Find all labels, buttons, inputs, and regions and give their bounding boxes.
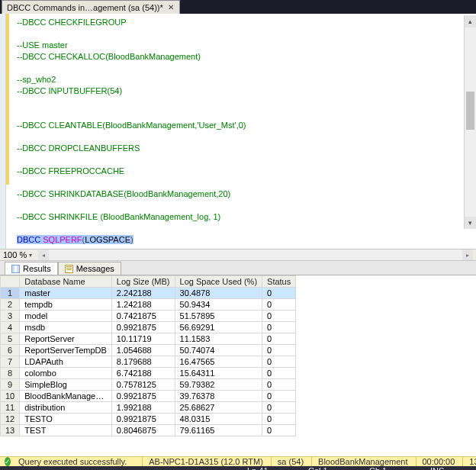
cell-logused[interactable]: 51.57895	[175, 311, 262, 322]
table-row[interactable]: 9SimpleBlog0.757812559.793820	[1, 379, 296, 391]
row-number[interactable]: 2	[1, 299, 20, 311]
row-number[interactable]: 4	[1, 322, 20, 333]
cell-logsize[interactable]: 0.7578125	[111, 379, 175, 391]
sql-editor[interactable]: --DBCC CHECKFILEGROUP --USE master--DBCC…	[6, 14, 476, 249]
scroll-left-icon[interactable]: ◂	[38, 249, 49, 260]
table-row[interactable]: 2tempdb1.24218850.94340	[1, 299, 296, 311]
zoom-dropdown-icon[interactable]: ▾	[29, 252, 32, 259]
cell-logsize[interactable]: 1.242188	[111, 299, 175, 311]
table-row[interactable]: 8colombo6.74218815.643110	[1, 368, 296, 379]
cell-dbname[interactable]: ReportServerTempDB	[20, 345, 112, 356]
row-number[interactable]: 5	[1, 333, 20, 345]
cell-status[interactable]: 0	[262, 345, 296, 356]
cell-dbname[interactable]: LDAPAuth	[20, 356, 112, 368]
cell-logused[interactable]: 50.74074	[175, 345, 262, 356]
grid-header[interactable]: Database Name	[20, 276, 112, 288]
cell-dbname[interactable]: colombo	[20, 368, 112, 379]
cell-status[interactable]: 0	[262, 414, 296, 425]
row-number[interactable]: 11	[1, 402, 20, 414]
cell-status[interactable]: 0	[262, 322, 296, 333]
cell-status[interactable]: 0	[262, 299, 296, 311]
cell-logsize[interactable]: 10.11719	[111, 333, 175, 345]
scroll-right-icon[interactable]: ▸	[462, 249, 473, 260]
cell-status[interactable]: 0	[262, 402, 296, 414]
cell-status[interactable]: 0	[262, 288, 296, 299]
cell-status[interactable]: 0	[262, 391, 296, 402]
cell-dbname[interactable]: tempdb	[20, 299, 112, 311]
scroll-up-icon[interactable]: ▴	[465, 15, 476, 27]
table-row[interactable]: 11distribution1.99218825.686270	[1, 402, 296, 414]
cell-logsize[interactable]: 0.9921875	[111, 391, 175, 402]
cell-logsize[interactable]: 0.9921875	[111, 414, 175, 425]
tab-results[interactable]: Results	[5, 262, 58, 275]
scroll-thumb[interactable]	[466, 92, 474, 130]
cell-status[interactable]: 0	[262, 333, 296, 345]
cell-logused[interactable]: 56.69291	[175, 322, 262, 333]
grid-header[interactable]: Status	[262, 276, 296, 288]
cell-logsize[interactable]: 0.9921875	[111, 322, 175, 333]
cell-dbname[interactable]: master	[20, 288, 112, 299]
table-row[interactable]: 7LDAPAuth8.17968816.475650	[1, 356, 296, 368]
cell-dbname[interactable]: ReportServer	[20, 333, 112, 345]
row-number[interactable]: 12	[1, 414, 20, 425]
row-number[interactable]: 1	[1, 288, 20, 299]
row-number[interactable]: 7	[1, 356, 20, 368]
cell-logused[interactable]: 30.4878	[175, 288, 262, 299]
close-icon[interactable]: ✕	[168, 4, 175, 11]
row-number[interactable]: 6	[1, 345, 20, 356]
cell-dbname[interactable]: distribution	[20, 402, 112, 414]
vertical-scrollbar[interactable]: ▴ ▾	[464, 15, 476, 229]
cell-logused[interactable]: 11.1583	[175, 333, 262, 345]
cell-logsize[interactable]: 0.7421875	[111, 311, 175, 322]
status-server: AB-NPC1-D1A315 (12.0 RTM)	[142, 457, 263, 466]
table-row[interactable]: 5ReportServer10.1171911.15830	[1, 333, 296, 345]
cell-dbname[interactable]: TESTO	[20, 414, 112, 425]
document-tab[interactable]: DBCC Commands in…agement (sa (54))* ✕	[2, 0, 180, 14]
cell-status[interactable]: 0	[262, 311, 296, 322]
horizontal-scrollbar[interactable]: ◂ ▸	[38, 249, 473, 260]
cell-logused[interactable]: 39.76378	[175, 391, 262, 402]
cell-logused[interactable]: 79.61165	[175, 425, 262, 436]
cell-logused[interactable]: 25.68627	[175, 402, 262, 414]
tab-messages[interactable]: Messages	[58, 262, 121, 275]
table-row[interactable]: 12TESTO0.992187548.03150	[1, 414, 296, 425]
table-row[interactable]: 13TEST0.804687579.611650	[1, 425, 296, 436]
cell-dbname[interactable]: SimpleBlog	[20, 379, 112, 391]
table-row[interactable]: 10BloodBankManage…0.992187539.763780	[1, 391, 296, 402]
table-row[interactable]: 1master2.24218830.48780	[1, 288, 296, 299]
cell-dbname[interactable]: model	[20, 311, 112, 322]
row-number[interactable]: 10	[1, 391, 20, 402]
cell-dbname[interactable]: BloodBankManage…	[20, 391, 112, 402]
cell-logsize[interactable]: 6.742188	[111, 368, 175, 379]
cell-status[interactable]: 0	[262, 379, 296, 391]
cell-logused[interactable]: 15.64311	[175, 368, 262, 379]
cell-logused[interactable]: 50.9434	[175, 299, 262, 311]
cell-logsize[interactable]: 1.992188	[111, 402, 175, 414]
cell-status[interactable]: 0	[262, 425, 296, 436]
row-number[interactable]: 13	[1, 425, 20, 436]
cell-logsize[interactable]: 1.054688	[111, 345, 175, 356]
cell-dbname[interactable]: TEST	[20, 425, 112, 436]
cell-logsize[interactable]: 0.8046875	[111, 425, 175, 436]
grid-header[interactable]: Log Space Used (%)	[175, 276, 262, 288]
document-tabstrip: DBCC Commands in…agement (sa (54))* ✕	[0, 0, 476, 14]
cell-logused[interactable]: 16.47565	[175, 356, 262, 368]
table-row[interactable]: 3model0.742187551.578950	[1, 311, 296, 322]
cell-status[interactable]: 0	[262, 356, 296, 368]
results-grid[interactable]: Database NameLog Size (MB)Log Space Used…	[0, 275, 296, 436]
footer-ch: Ch 1	[369, 466, 400, 470]
cell-logsize[interactable]: 8.179688	[111, 356, 175, 368]
row-number[interactable]: 3	[1, 311, 20, 322]
cell-logused[interactable]: 59.79382	[175, 379, 262, 391]
table-row[interactable]: 4msdb0.992187556.692910	[1, 322, 296, 333]
cell-dbname[interactable]: msdb	[20, 322, 112, 333]
row-number[interactable]: 9	[1, 379, 20, 391]
scroll-down-icon[interactable]: ▾	[465, 217, 476, 229]
cell-logsize[interactable]: 2.242188	[111, 288, 175, 299]
cell-logused[interactable]: 48.0315	[175, 414, 262, 425]
results-grid-pane: Database NameLog Size (MB)Log Space Used…	[0, 275, 476, 456]
cell-status[interactable]: 0	[262, 368, 296, 379]
grid-header[interactable]: Log Size (MB)	[111, 276, 175, 288]
table-row[interactable]: 6ReportServerTempDB1.05468850.740740	[1, 345, 296, 356]
row-number[interactable]: 8	[1, 368, 20, 379]
